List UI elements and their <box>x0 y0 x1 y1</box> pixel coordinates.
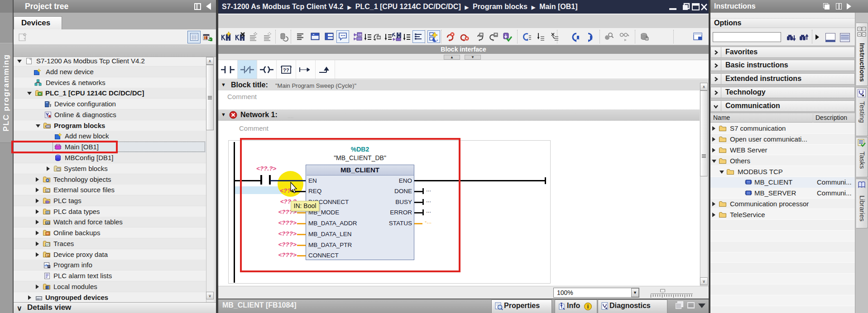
svg-text:DB: DB <box>358 33 362 36</box>
svg-text:01: 01 <box>46 190 49 192</box>
svg-text:i: i <box>561 305 562 309</box>
svg-text:??: ?? <box>283 67 289 73</box>
